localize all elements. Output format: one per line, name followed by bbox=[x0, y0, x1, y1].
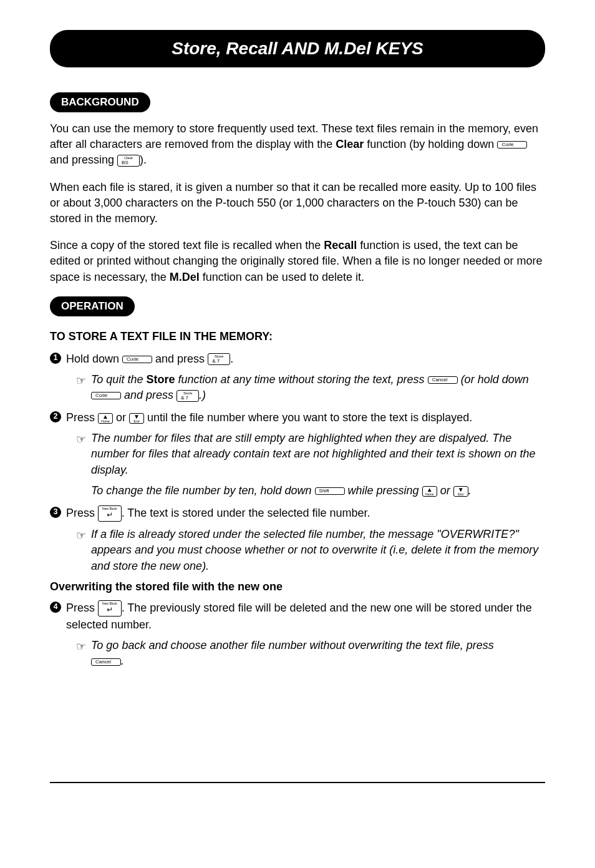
key-label: Code bbox=[127, 356, 148, 363]
text: until the file number where you want to … bbox=[144, 411, 472, 424]
step-number-icon: 3 bbox=[50, 507, 61, 518]
key-sublabel: Home bbox=[425, 493, 435, 496]
key-label: Code bbox=[501, 142, 523, 148]
note-1: ☞ To quit the Store function at any time… bbox=[76, 372, 545, 403]
key-label: ↵ bbox=[107, 605, 113, 614]
clear-label: Clear bbox=[336, 138, 364, 150]
step-3: 3 Press New Block↵. The text is stored u… bbox=[50, 505, 545, 522]
note-text: The number for files that are still empt… bbox=[91, 431, 545, 499]
note-3: ☞ If a file is already stored under the … bbox=[76, 527, 545, 574]
note-pointer-icon: ☞ bbox=[76, 432, 86, 499]
step-content: Press ▲Home or ▼End until the file numbe… bbox=[66, 409, 472, 426]
note-text-2: To change the file number by ten, hold d… bbox=[91, 483, 545, 499]
step-1: 1 Hold down Code and press Store& 7. bbox=[50, 351, 545, 367]
footer-rule bbox=[50, 782, 545, 783]
enter-key-icon: New Block↵ bbox=[98, 505, 122, 522]
page-title: Store, Recall AND M.Del KEYS bbox=[50, 30, 545, 67]
key-label: & 7 bbox=[181, 395, 195, 401]
note-text: To go back and choose another file numbe… bbox=[91, 638, 545, 669]
bs-key-icon: ClearBS bbox=[117, 155, 140, 167]
note-2: ☞ The number for files that are still em… bbox=[76, 431, 545, 499]
text: Press bbox=[66, 411, 98, 424]
mdel-label: M.Del bbox=[170, 271, 200, 283]
step-4: 4 Press New Block↵. The previously store… bbox=[50, 600, 545, 633]
text: To change the file number by ten, hold d… bbox=[91, 484, 315, 497]
note-pointer-icon: ☞ bbox=[76, 373, 86, 403]
overwrite-subhead: Overwriting the stored file with the new… bbox=[50, 580, 545, 593]
note-text: If a file is already stored under the se… bbox=[91, 527, 545, 574]
step-content: Press New Block↵. The text is stored und… bbox=[66, 505, 370, 522]
text: ). bbox=[140, 154, 147, 166]
text: function can be used to delete it. bbox=[200, 271, 364, 283]
cancel-key-icon: Cancel bbox=[428, 376, 458, 384]
background-para-3: Since a copy of the stored text file is … bbox=[50, 238, 545, 285]
key-label: BS bbox=[122, 160, 135, 166]
text: while pressing bbox=[345, 484, 422, 497]
key-label: ↵ bbox=[107, 510, 113, 519]
text: . The text is stored under the selected … bbox=[122, 507, 370, 519]
step-number-icon: 2 bbox=[50, 411, 61, 422]
text: and press bbox=[152, 353, 208, 365]
text: Since a copy of the stored text file is … bbox=[50, 239, 324, 251]
key-sublabel: End bbox=[132, 420, 142, 423]
cancel-key-icon: Cancel bbox=[91, 658, 121, 666]
text: . The previously stored file will be del… bbox=[66, 602, 532, 631]
down-end-key-icon: ▼End bbox=[129, 413, 144, 424]
enter-key-icon: New Block↵ bbox=[98, 600, 122, 617]
text: and press bbox=[121, 389, 177, 401]
key-label: Shift bbox=[319, 488, 341, 494]
up-home-key-icon: ▲Home bbox=[98, 413, 113, 424]
code-key-icon: Code bbox=[122, 356, 152, 363]
text: . bbox=[230, 353, 233, 365]
text: Press bbox=[66, 507, 98, 519]
text: or bbox=[437, 484, 453, 497]
note-4: ☞ To go back and choose another file num… bbox=[76, 638, 545, 669]
text: To quit the bbox=[91, 373, 146, 386]
background-para-2: When each file is stared, it is given a … bbox=[50, 180, 545, 227]
store-key-icon: Store& 7 bbox=[177, 390, 199, 402]
text: and pressing bbox=[50, 154, 117, 166]
note-pointer-icon: ☞ bbox=[76, 639, 86, 669]
recall-label: Recall bbox=[324, 239, 357, 251]
store-key-icon: Store& 7 bbox=[208, 353, 230, 365]
section-background-pill: BACKGROUND bbox=[50, 92, 150, 112]
key-label: & 7 bbox=[212, 358, 226, 364]
text: or bbox=[113, 411, 129, 424]
text: To go back and choose another file numbe… bbox=[91, 639, 494, 651]
text: (or hold down bbox=[458, 373, 529, 386]
key-sublabel: End bbox=[456, 493, 466, 496]
step-number-icon: 1 bbox=[50, 353, 61, 364]
store-subhead: TO STORE A TEXT FILE IN THE MEMORY: bbox=[50, 330, 545, 343]
code-key-icon: Code bbox=[91, 392, 121, 399]
key-label: Cancel bbox=[95, 659, 117, 665]
shift-key-icon: Shift bbox=[315, 487, 345, 495]
text: . bbox=[468, 484, 472, 497]
text: Press bbox=[66, 602, 98, 614]
text: .) bbox=[199, 389, 206, 401]
code-key-icon: Code bbox=[497, 141, 527, 149]
up-home-key-icon: ▲Home bbox=[422, 486, 437, 497]
key-label: Cancel bbox=[432, 377, 453, 383]
text: function at any time without storing the… bbox=[175, 373, 427, 386]
step-content: Hold down Code and press Store& 7. bbox=[66, 351, 233, 367]
key-sublabel: Home bbox=[100, 420, 110, 423]
step-2: 2 Press ▲Home or ▼End until the file num… bbox=[50, 409, 545, 426]
text: . bbox=[121, 655, 124, 667]
background-para-1: You can use the memory to store frequent… bbox=[50, 121, 545, 168]
store-label: Store bbox=[146, 373, 175, 386]
step-content: Press New Block↵. The previously stored … bbox=[66, 600, 545, 633]
note-pointer-icon: ☞ bbox=[76, 528, 86, 574]
text: Hold down bbox=[66, 353, 122, 365]
note-text: To quit the Store function at any time w… bbox=[91, 372, 545, 403]
section-operation-pill: OPERATION bbox=[50, 296, 135, 316]
step-number-icon: 4 bbox=[50, 602, 61, 613]
text: The number for files that are still empt… bbox=[91, 431, 545, 478]
key-label: Code bbox=[95, 393, 117, 399]
text: function (by holding down bbox=[364, 138, 497, 150]
down-end-key-icon: ▼End bbox=[453, 486, 468, 497]
